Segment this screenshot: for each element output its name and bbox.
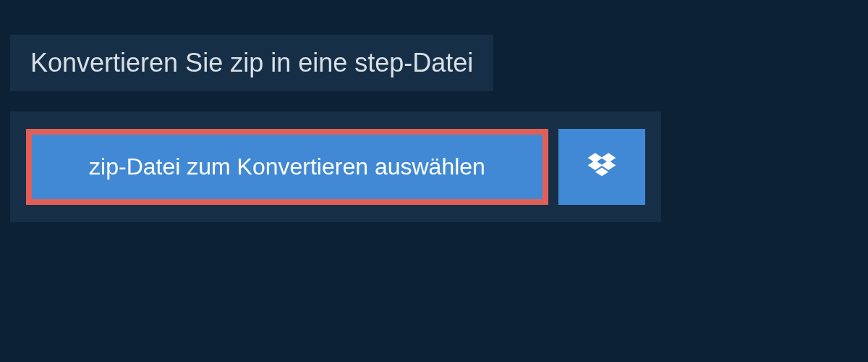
file-select-panel: zip-Datei zum Konvertieren auswählen [10, 111, 661, 222]
dropbox-button[interactable] [558, 129, 645, 205]
dropbox-icon [587, 151, 617, 184]
header-bar: Konvertieren Sie zip in eine step-Datei [10, 35, 493, 91]
select-file-button[interactable]: zip-Datei zum Konvertieren auswählen [26, 129, 548, 205]
select-file-label: zip-Datei zum Konvertieren auswählen [89, 153, 485, 180]
page-title: Konvertieren Sie zip in eine step-Datei [30, 48, 473, 78]
